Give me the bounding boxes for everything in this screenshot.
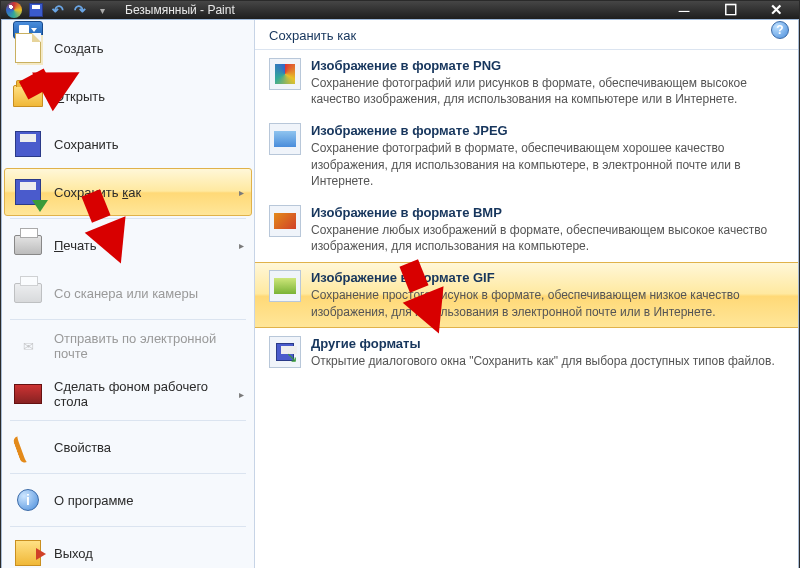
save-as-header: Сохранить как (255, 20, 798, 50)
format-bmp[interactable]: Изображение в формате BMP Сохранение люб… (255, 197, 798, 262)
sidebar-scanner: Со сканера или камеры (4, 269, 252, 317)
format-list: Изображение в формате PNG Сохранение фот… (255, 50, 798, 568)
sidebar-email: ✉ Отправить по электронной почте (4, 322, 252, 370)
separator (10, 473, 246, 474)
other-format-icon: ↘ (269, 336, 301, 368)
save-as-panel: Сохранить как Изображение в формате PNG … (255, 20, 798, 568)
sidebar-exit-label: Выход (54, 546, 93, 561)
format-other[interactable]: ↘ Другие форматы Открытие диалогового ок… (255, 328, 798, 377)
qat-undo-button[interactable]: ↶ (49, 1, 67, 19)
format-desc: Сохранение простого рисунок в формате, о… (311, 287, 784, 319)
format-desc: Открытие диалогового окна "Сохранить как… (311, 353, 784, 369)
minimize-button[interactable]: ─ (661, 1, 707, 19)
maximize-button[interactable]: ☐ (707, 1, 753, 19)
format-title: Другие форматы (311, 336, 784, 351)
format-jpeg[interactable]: Изображение в формате JPEG Сохранение фо… (255, 115, 798, 197)
sidebar-new-label: Создать (54, 41, 103, 56)
paint-window: ↶ ↷ ▾ Безымянный - Paint ─ ☐ ✕ ? Создать… (0, 0, 800, 568)
wallpaper-icon (12, 378, 44, 410)
sidebar-new[interactable]: Создать (4, 24, 252, 72)
file-menu-sidebar: Создать Открыть Сохранить Сохранить как … (2, 20, 255, 568)
sidebar-print[interactable]: Печать ▸ (4, 221, 252, 269)
paint-app-icon[interactable] (5, 1, 23, 19)
submenu-arrow-icon: ▸ (239, 187, 244, 198)
new-file-icon (12, 32, 44, 64)
help-button[interactable]: ? (771, 21, 789, 39)
sidebar-print-label: Печать (54, 238, 97, 253)
about-icon: i (12, 484, 44, 516)
format-title: Изображение в формате JPEG (311, 123, 784, 138)
sidebar-wallpaper-label: Сделать фоном рабочего стола (54, 379, 229, 409)
format-desc: Сохранение фотографий или рисунков в фор… (311, 75, 784, 107)
properties-icon (12, 431, 44, 463)
separator (10, 218, 246, 219)
open-folder-icon (12, 80, 44, 112)
format-desc: Сохранение любых изображений в формате, … (311, 222, 784, 254)
sidebar-wallpaper[interactable]: Сделать фоном рабочего стола ▸ (4, 370, 252, 418)
format-title: Изображение в формате PNG (311, 58, 784, 73)
email-icon: ✉ (12, 330, 44, 362)
qat-customize-button[interactable]: ▾ (93, 1, 111, 19)
quick-access-toolbar: ↶ ↷ ▾ (5, 1, 111, 19)
separator (10, 420, 246, 421)
format-title: Изображение в формате GIF (311, 270, 784, 285)
qat-save-button[interactable] (27, 1, 45, 19)
sidebar-properties[interactable]: Свойства (4, 423, 252, 471)
format-title: Изображение в формате BMP (311, 205, 784, 220)
format-desc: Сохранение фотографий в формате, обеспеч… (311, 140, 784, 189)
format-gif[interactable]: Изображение в формате GIF Сохранение про… (255, 262, 798, 327)
window-controls: ─ ☐ ✕ (661, 1, 799, 19)
sidebar-save-label: Сохранить (54, 137, 119, 152)
sidebar-open-label: Открыть (54, 89, 105, 104)
sidebar-save[interactable]: Сохранить (4, 120, 252, 168)
save-disk-icon (12, 128, 44, 160)
gif-format-icon (269, 270, 301, 302)
sidebar-exit[interactable]: Выход (4, 529, 252, 568)
sidebar-about-label: О программе (54, 493, 134, 508)
titlebar: ↶ ↷ ▾ Безымянный - Paint ─ ☐ ✕ (1, 1, 799, 19)
submenu-arrow-icon: ▸ (239, 240, 244, 251)
format-png[interactable]: Изображение в формате PNG Сохранение фот… (255, 50, 798, 115)
exit-icon (12, 537, 44, 568)
close-button[interactable]: ✕ (753, 1, 799, 19)
sidebar-about[interactable]: i О программе (4, 476, 252, 524)
separator (10, 319, 246, 320)
png-format-icon (269, 58, 301, 90)
sidebar-save-as[interactable]: Сохранить как ▸ (4, 168, 252, 216)
scanner-icon (12, 277, 44, 309)
jpeg-format-icon (269, 123, 301, 155)
printer-icon (12, 229, 44, 261)
sidebar-properties-label: Свойства (54, 440, 111, 455)
bmp-format-icon (269, 205, 301, 237)
submenu-arrow-icon: ▸ (239, 389, 244, 400)
ribbon-tabs-row: ? (1, 19, 799, 20)
sidebar-scanner-label: Со сканера или камеры (54, 286, 198, 301)
separator (10, 526, 246, 527)
file-menu-dropdown: Создать Открыть Сохранить Сохранить как … (1, 20, 799, 568)
sidebar-saveas-label: Сохранить как (54, 185, 141, 200)
sidebar-email-label: Отправить по электронной почте (54, 331, 244, 361)
sidebar-open[interactable]: Открыть (4, 72, 252, 120)
save-as-icon (12, 176, 44, 208)
qat-redo-button[interactable]: ↷ (71, 1, 89, 19)
window-title: Безымянный - Paint (125, 3, 235, 17)
